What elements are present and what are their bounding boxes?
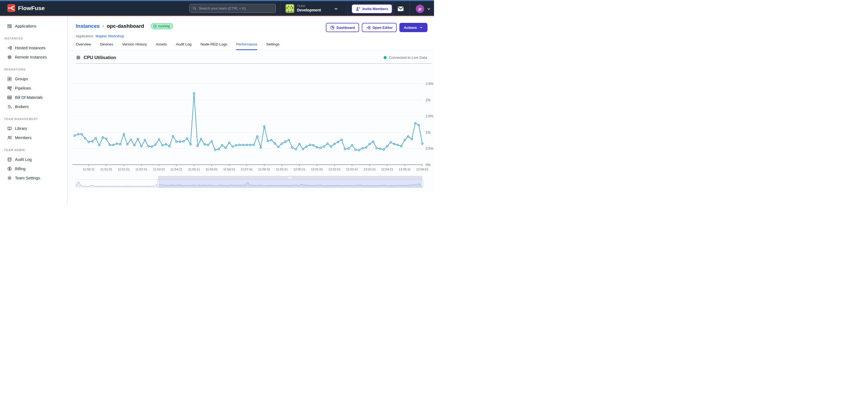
sidebar-item-brokers[interactable]: Brokers: [0, 102, 67, 111]
tab-settings[interactable]: Settings: [266, 42, 280, 50]
svg-text:11:56:51: 11:56:51: [223, 168, 235, 171]
svg-text:11:52:41: 11:52:41: [135, 168, 147, 171]
application-label: Application:: [76, 34, 94, 38]
tab-audit-log[interactable]: Audit Log: [176, 42, 191, 50]
svg-text:11:50:11: 11:50:11: [83, 168, 95, 171]
actions-button-label: Actions: [404, 26, 417, 30]
svg-text:11:59:21: 11:59:21: [276, 168, 288, 171]
brokers-rss-icon: [7, 104, 12, 109]
open-editor-button-label: Open Editor: [372, 26, 393, 30]
invite-members-label: Invite Members: [362, 7, 388, 11]
svg-text:11:56:01: 11:56:01: [206, 168, 218, 171]
sidebar-item-label: Members: [15, 136, 31, 140]
sidebar-item-team-settings[interactable]: Team Settings: [0, 173, 67, 183]
sidebar-item-groups[interactable]: Groups: [0, 74, 67, 83]
bill-of-materials-table-icon: [7, 95, 12, 100]
hosted-instances-icon: [7, 45, 12, 50]
sidebar-section-instances: INSTANCES: [0, 37, 67, 40]
sidebar-section-team-admin: TEAM ADMIN: [0, 148, 67, 151]
live-status-dot: [383, 56, 386, 59]
tab-performance[interactable]: Performance: [236, 42, 257, 50]
svg-text:12:03:31: 12:03:31: [364, 168, 376, 171]
sidebar-section-team-management: TEAM MANAGEMENT: [0, 117, 67, 121]
tab-version-history[interactable]: Version History: [122, 42, 147, 50]
cpu-chip-icon: [76, 55, 81, 60]
application-link[interactable]: Mayker Workshop: [95, 34, 124, 38]
audit-log-database-icon: [7, 157, 12, 162]
sidebar-item-applications[interactable]: Applications: [0, 22, 67, 31]
flowfuse-logo[interactable]: FlowFuse: [7, 4, 45, 12]
flowfuse-logo-icon: [7, 4, 15, 12]
brush-left-handle[interactable]: [157, 180, 159, 187]
open-editor-button[interactable]: Open Editor: [362, 23, 397, 32]
user-chevron-down-icon: [427, 7, 431, 11]
brush-selection-tint: [158, 179, 422, 188]
svg-text:12:05:11: 12:05:11: [399, 168, 411, 171]
navbar-divider: [348, 1, 348, 15]
dashboard-button-label: Dashboard: [337, 26, 355, 30]
sidebar-item-label: Remote Instances: [15, 55, 47, 59]
actions-chevron-down-icon: [419, 26, 423, 29]
user-menu[interactable]: jp: [416, 5, 431, 13]
sidebar-item-label: Library: [15, 126, 27, 131]
svg-text:11:57:41: 11:57:41: [241, 168, 253, 171]
sidebar-item-billing[interactable]: Billing: [0, 164, 67, 173]
svg-text:11:51:01: 11:51:01: [100, 168, 112, 171]
play-circle-icon: [153, 24, 157, 28]
node-red-fork-icon: [366, 25, 371, 30]
status-badge-label: running: [158, 24, 170, 28]
sidebar-item-label: Bill Of Materials: [15, 95, 43, 100]
team-switcher[interactable]: TEAM: Development: [285, 4, 321, 13]
invite-members-button[interactable]: Invite Members: [351, 4, 392, 13]
breadcrumb-instances-link[interactable]: Instances: [76, 23, 100, 29]
actions-button[interactable]: Actions: [399, 23, 428, 32]
sidebar-item-pipelines[interactable]: Pipelines: [0, 83, 67, 93]
svg-text:11:54:21: 11:54:21: [170, 168, 183, 171]
svg-text:1.5%: 1.5%: [426, 114, 433, 118]
team-label: TEAM:: [297, 5, 321, 8]
cpu-utilisation-chart: 0%0.5%1%1.5%2%2.5%11:50:1111:51:0111:51:…: [71, 65, 434, 174]
team-settings-gear-icon: [7, 176, 12, 180]
application-row: Application: Mayker Workshop: [68, 32, 434, 38]
top-navbar: FlowFuse TEAM: Development: [0, 0, 434, 16]
sidebar-item-bill-of-materials[interactable]: Bill Of Materials: [0, 93, 67, 102]
team-chevron-down-icon[interactable]: [334, 6, 338, 11]
svg-text:0%: 0%: [426, 163, 430, 167]
svg-text:2.5%: 2.5%: [426, 82, 433, 86]
flowfuse-app: FlowFuse TEAM: Development: [0, 0, 434, 205]
tab-devices[interactable]: Devices: [100, 42, 113, 50]
status-badge: running: [151, 23, 173, 29]
cpu-chart-area: 0%0.5%1%1.5%2%2.5%11:50:1111:51:0111:51:…: [68, 64, 434, 189]
brush-drag-strip[interactable]: [158, 176, 422, 179]
main-content: Instances › opc-dashboard running Dashbo…: [68, 16, 434, 205]
panel-title: CPU Utilisation: [84, 55, 116, 60]
remote-instances-chip-icon: [7, 55, 12, 60]
groups-icon: [7, 76, 12, 81]
tab-node-red-logs[interactable]: Node-RED Logs: [200, 42, 227, 50]
tab-assets[interactable]: Assets: [156, 42, 167, 50]
team-name: Development: [297, 8, 321, 12]
sidebar-item-label: Audit Log: [15, 157, 32, 162]
sidebar-item-hosted-instances[interactable]: Hosted Instances: [0, 43, 67, 53]
chart-range-brush: [76, 176, 422, 188]
team-search[interactable]: [189, 4, 276, 13]
notifications-mail-icon[interactable]: [398, 6, 404, 11]
svg-text:11:53:31: 11:53:31: [153, 168, 165, 171]
svg-text:0.5%: 0.5%: [426, 147, 433, 150]
members-users-icon: [7, 135, 12, 140]
sidebar-item-audit-log[interactable]: Audit Log: [0, 155, 67, 164]
sidebar-item-remote-instances[interactable]: Remote Instances: [0, 53, 67, 62]
tab-overview[interactable]: Overview: [76, 42, 91, 50]
sidebar-item-members[interactable]: Members: [0, 133, 67, 142]
navbar-divider: [393, 1, 393, 15]
brand-name: FlowFuse: [18, 5, 45, 11]
pie-chart-icon: [330, 25, 335, 30]
svg-text:11:58:31: 11:58:31: [258, 168, 270, 171]
sidebar-item-library[interactable]: Library: [0, 124, 67, 133]
user-avatar: jp: [416, 5, 424, 13]
brush-right-handle[interactable]: [421, 180, 423, 187]
svg-text:12:02:41: 12:02:41: [346, 168, 358, 171]
dashboard-button[interactable]: Dashboard: [326, 23, 359, 32]
brush-selection[interactable]: [158, 176, 422, 188]
search-input[interactable]: [199, 6, 273, 10]
